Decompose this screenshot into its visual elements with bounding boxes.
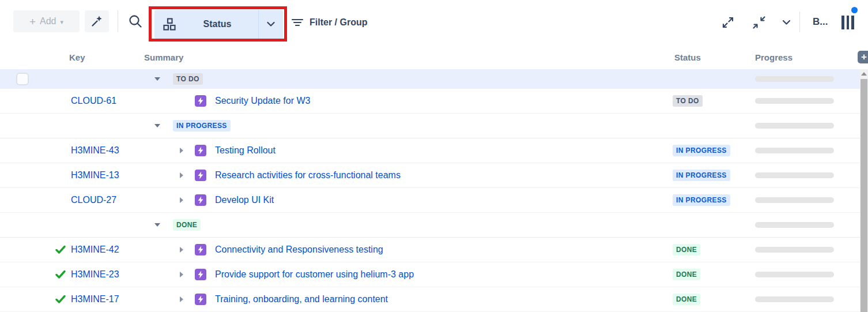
expand-all-button[interactable] [719, 14, 737, 31]
status-cell: DONE [663, 287, 744, 311]
progress-cell [744, 69, 860, 89]
view-name-button[interactable]: B... [813, 16, 828, 28]
row-select-cell [0, 213, 46, 237]
status-cell [663, 213, 744, 237]
toolbar: + Add ▾ [0, 0, 868, 45]
issue-key-link[interactable]: H3MINE-13 [71, 170, 119, 181]
status-badge[interactable]: TO DO [673, 95, 703, 107]
progress-bar [755, 197, 834, 203]
status-cell: DONE [663, 238, 744, 262]
issue-summary-link[interactable]: Provide support for customer using heliu… [215, 269, 414, 280]
status-cell: TO DO [663, 89, 744, 113]
status-badge[interactable]: DONE [673, 269, 700, 280]
progress-bar [755, 148, 834, 153]
summary-cell: Training, onboarding, and learning conte… [143, 287, 663, 311]
summary-cell: Testing Rollout [143, 138, 663, 163]
issue-summary-link[interactable]: Testing Rollout [215, 145, 276, 156]
status-badge[interactable]: DONE [673, 244, 700, 255]
table-row[interactable]: CLOUD-27Develop UI KitIN PROGRESS [0, 188, 860, 213]
add-column-button[interactable]: + [858, 51, 868, 63]
group-by-status-button[interactable]: Status [154, 10, 283, 39]
column-header-summary[interactable]: Summary [143, 52, 663, 62]
table-row[interactable]: H3MINE-17Training, onboarding, and learn… [0, 287, 860, 312]
issue-summary-link[interactable]: Research activities for cross-functional… [215, 170, 401, 181]
scrollbar-thumb[interactable] [861, 79, 867, 312]
status-badge[interactable]: IN PROGRESS [673, 194, 730, 206]
summary-cell: Research activities for cross-functional… [143, 163, 663, 187]
status-badge[interactable]: IN PROGRESS [673, 170, 730, 181]
add-button[interactable]: + Add ▾ [13, 10, 80, 32]
expand-triangle-icon[interactable] [180, 148, 186, 153]
issue-summary-link[interactable]: Training, onboarding, and learning conte… [215, 294, 388, 305]
status-cell: IN PROGRESS [663, 163, 744, 187]
automation-wand-button[interactable] [85, 10, 109, 32]
check-slot [55, 170, 66, 181]
epic-issue-type-icon [195, 269, 206, 280]
progress-bar [755, 247, 834, 253]
row-checkbox[interactable] [16, 73, 29, 85]
group-by-dropdown[interactable] [259, 21, 283, 27]
issue-table: TO DOCLOUD-61Security Update for W3TO DO… [0, 69, 860, 312]
issue-key-link[interactable]: H3MINE-23 [71, 269, 119, 280]
toolbar-divider [799, 12, 800, 32]
add-button-label: Add [40, 16, 56, 27]
issue-key-link[interactable]: H3MINE-42 [71, 245, 119, 255]
issue-key-link[interactable]: H3MINE-17 [71, 294, 119, 305]
row-select-cell [0, 69, 46, 89]
table-row[interactable]: H3MINE-43Testing RolloutIN PROGRESS [0, 138, 860, 163]
expand-triangle-icon[interactable] [180, 296, 186, 302]
progress-cell [744, 114, 860, 138]
status-cell: IN PROGRESS [663, 138, 744, 163]
columns-button[interactable] [841, 16, 858, 29]
table-row[interactable]: H3MINE-42Connectivity and Responsiveness… [0, 238, 860, 262]
progress-bar [755, 172, 834, 178]
filter-group-button[interactable]: Filter / Group [291, 15, 367, 30]
issue-key-link[interactable]: CLOUD-27 [71, 195, 116, 205]
more-views-dropdown[interactable] [779, 14, 793, 31]
vertical-scrollbar[interactable] [860, 69, 868, 312]
row-select-cell [0, 188, 46, 212]
group-row[interactable]: TO DO [0, 69, 860, 89]
issue-summary-link[interactable]: Develop UI Kit [215, 195, 274, 205]
group-row[interactable]: DONE [0, 213, 860, 238]
collapse-all-button[interactable] [750, 14, 768, 31]
issue-key-link[interactable]: H3MINE-43 [71, 145, 119, 156]
check-slot [55, 95, 66, 107]
collapse-triangle-icon[interactable] [154, 77, 160, 81]
group-summary-cell: TO DO [143, 69, 663, 89]
expand-triangle-icon[interactable] [180, 272, 186, 277]
column-header-key[interactable]: Key [46, 52, 143, 62]
column-header-status[interactable]: Status [663, 52, 744, 62]
issue-summary-link[interactable]: Connectivity and Responsiveness testing [215, 245, 383, 255]
row-select-cell [0, 89, 46, 113]
group-by-label: Status [176, 19, 258, 29]
expand-all-icon [720, 15, 735, 30]
row-select-cell [0, 163, 46, 187]
expand-triangle-icon[interactable] [180, 197, 186, 203]
column-header-progress[interactable]: Progress [744, 52, 860, 62]
table-row[interactable]: H3MINE-13Research activities for cross-f… [0, 163, 860, 188]
status-badge[interactable]: IN PROGRESS [673, 145, 730, 156]
progress-cell [744, 238, 860, 262]
group-row[interactable]: IN PROGRESS [0, 114, 860, 138]
epic-issue-type-icon [195, 170, 206, 181]
filter-group-label: Filter / Group [310, 17, 367, 28]
collapse-triangle-icon[interactable] [154, 223, 160, 227]
key-cell: CLOUD-61 [46, 89, 143, 113]
scroll-up-arrow-icon[interactable] [861, 72, 867, 76]
issue-key-link[interactable]: CLOUD-61 [71, 96, 116, 106]
expand-triangle-icon[interactable] [180, 247, 186, 253]
chevron-down-icon: ▾ [61, 18, 64, 26]
expand-triangle-icon[interactable] [180, 172, 186, 178]
status-badge[interactable]: DONE [673, 294, 700, 305]
issue-summary-link[interactable]: Security Update for W3 [215, 96, 310, 106]
table-row[interactable]: CLOUD-61Security Update for W3TO DO [0, 89, 860, 114]
epic-issue-type-icon [195, 244, 206, 255]
key-cell: H3MINE-43 [46, 138, 143, 163]
table-row[interactable]: H3MINE-23Provide support for customer us… [0, 262, 860, 287]
search-button[interactable] [122, 9, 149, 33]
collapse-triangle-icon[interactable] [154, 124, 160, 127]
check-slot [55, 145, 66, 156]
key-cell [46, 114, 143, 138]
progress-bar [755, 296, 834, 302]
